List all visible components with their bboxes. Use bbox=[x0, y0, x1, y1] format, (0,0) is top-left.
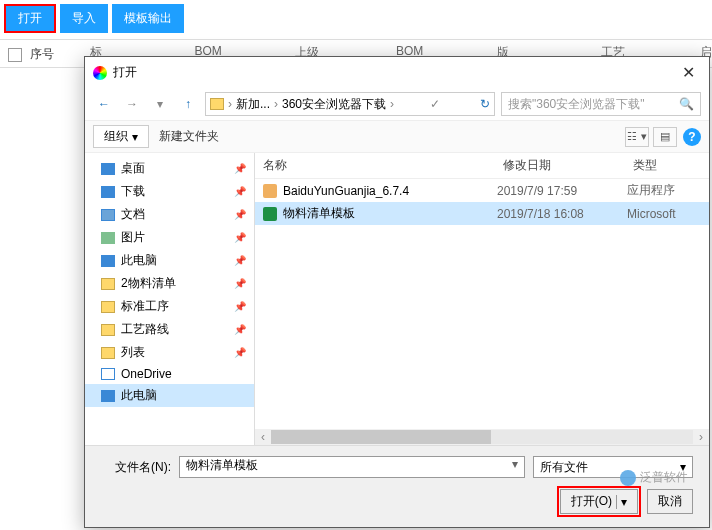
file-icon bbox=[263, 184, 277, 198]
col-type[interactable]: 类型 bbox=[633, 157, 657, 174]
open-button[interactable]: 打开 bbox=[4, 4, 56, 33]
pc-icon bbox=[101, 255, 115, 267]
nav-forward-icon[interactable]: → bbox=[121, 93, 143, 115]
search-icon[interactable]: 🔍 bbox=[679, 97, 694, 111]
pin-icon: 📌 bbox=[234, 347, 246, 358]
folder-icon bbox=[101, 278, 115, 290]
pic-icon bbox=[101, 232, 115, 244]
tree-item[interactable]: 此电脑 bbox=[85, 384, 254, 407]
cloud-icon bbox=[101, 368, 115, 380]
filename-label: 文件名(N): bbox=[101, 459, 171, 476]
cancel-button[interactable]: 取消 bbox=[647, 489, 693, 514]
new-folder-button[interactable]: 新建文件夹 bbox=[159, 128, 219, 145]
tree-item[interactable]: 文档📌 bbox=[85, 203, 254, 226]
tree-item[interactable]: 图片📌 bbox=[85, 226, 254, 249]
nav-back-icon[interactable]: ← bbox=[93, 93, 115, 115]
view-mode-button[interactable]: ☷ ▾ bbox=[625, 127, 649, 147]
tree-item[interactable]: 标准工序📌 bbox=[85, 295, 254, 318]
app-icon bbox=[93, 66, 107, 80]
pin-icon: 📌 bbox=[234, 324, 246, 335]
organize-button[interactable]: 组织▾ bbox=[93, 125, 149, 148]
column-seq: 序号 bbox=[30, 46, 54, 63]
download-icon bbox=[101, 186, 115, 198]
doc-icon bbox=[101, 209, 115, 221]
import-button[interactable]: 导入 bbox=[60, 4, 108, 33]
file-open-dialog: 打开 ✕ ← → ▾ ↑ › 新加... › 360安全浏览器下载 › ✓ ↻ … bbox=[84, 56, 710, 528]
folder-icon bbox=[210, 98, 224, 110]
pin-icon: 📌 bbox=[234, 278, 246, 289]
folder-icon bbox=[101, 301, 115, 313]
folder-icon bbox=[101, 324, 115, 336]
refresh-icon[interactable]: ↻ bbox=[480, 97, 490, 111]
watermark: 泛普软件 bbox=[620, 469, 688, 486]
desktop-icon bbox=[101, 163, 115, 175]
tree-item[interactable]: 桌面📌 bbox=[85, 157, 254, 180]
pin-icon: 📌 bbox=[234, 255, 246, 266]
tree-item[interactable]: 此电脑📌 bbox=[85, 249, 254, 272]
col-date[interactable]: 修改日期 bbox=[503, 157, 633, 174]
search-input[interactable]: 搜索"360安全浏览器下载" 🔍 bbox=[501, 92, 701, 116]
tree-item[interactable]: 2物料清单📌 bbox=[85, 272, 254, 295]
tree-item[interactable]: 下载📌 bbox=[85, 180, 254, 203]
close-icon[interactable]: ✕ bbox=[676, 63, 701, 82]
select-all-checkbox[interactable] bbox=[8, 48, 22, 62]
tree-item[interactable]: 列表📌 bbox=[85, 341, 254, 364]
dialog-title: 打开 bbox=[113, 64, 676, 81]
pin-icon: 📌 bbox=[234, 209, 246, 220]
col-name[interactable]: 名称 bbox=[263, 157, 503, 174]
filename-input[interactable]: 物料清单模板▾ bbox=[179, 456, 525, 478]
pin-icon: 📌 bbox=[234, 301, 246, 312]
nav-tree: 桌面📌下载📌文档📌图片📌此电脑📌2物料清单📌标准工序📌工艺路线📌列表📌OneDr… bbox=[85, 153, 255, 445]
help-icon[interactable]: ? bbox=[683, 128, 701, 146]
pin-icon: 📌 bbox=[234, 186, 246, 197]
folder-icon bbox=[101, 347, 115, 359]
template-export-button[interactable]: 模板输出 bbox=[112, 4, 184, 33]
open-file-button[interactable]: 打开(O)▾ bbox=[560, 489, 638, 514]
pin-icon: 📌 bbox=[234, 163, 246, 174]
breadcrumb[interactable]: › 新加... › 360安全浏览器下载 › ✓ ↻ bbox=[205, 92, 495, 116]
nav-up-icon[interactable]: ↑ bbox=[177, 93, 199, 115]
nav-recent-icon[interactable]: ▾ bbox=[149, 93, 171, 115]
pc-icon bbox=[101, 390, 115, 402]
file-row[interactable]: 物料清单模板2019/7/18 16:08Microsoft bbox=[255, 202, 709, 225]
horizontal-scrollbar[interactable]: ‹› bbox=[255, 429, 709, 445]
file-row[interactable]: BaiduYunGuanjia_6.7.42019/7/9 17:59应用程序 bbox=[255, 179, 709, 202]
tree-item[interactable]: OneDrive bbox=[85, 364, 254, 384]
pin-icon: 📌 bbox=[234, 232, 246, 243]
file-icon bbox=[263, 207, 277, 221]
tree-item[interactable]: 工艺路线📌 bbox=[85, 318, 254, 341]
preview-pane-button[interactable]: ▤ bbox=[653, 127, 677, 147]
